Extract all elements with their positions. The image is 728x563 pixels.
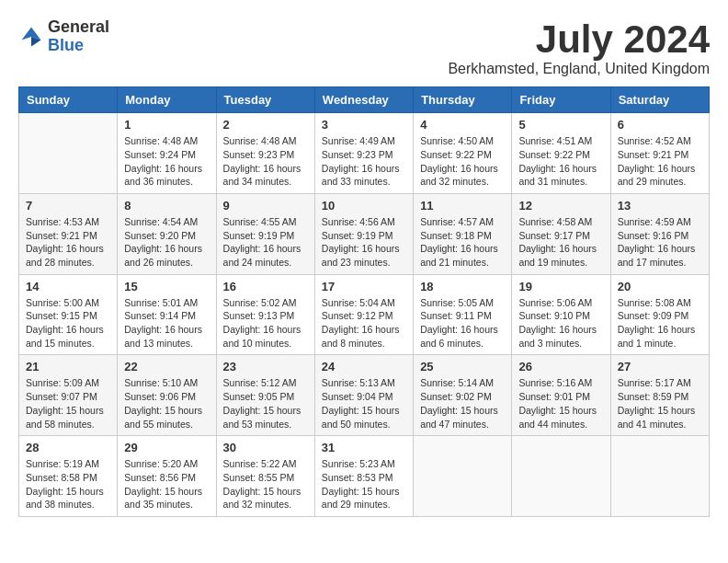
day-info: Sunrise: 4:55 AM Sunset: 9:19 PM Dayligh… bbox=[223, 215, 308, 270]
day-number: 1 bbox=[124, 118, 209, 132]
title-block: July 2024 Berkhamsted, England, United K… bbox=[448, 18, 710, 77]
day-number: 5 bbox=[518, 118, 603, 132]
calendar-cell: 17Sunrise: 5:04 AM Sunset: 9:12 PM Dayli… bbox=[314, 274, 413, 355]
day-number: 9 bbox=[223, 199, 308, 213]
day-number: 4 bbox=[420, 118, 505, 132]
calendar-cell: 13Sunrise: 4:59 AM Sunset: 9:16 PM Dayli… bbox=[610, 193, 709, 274]
day-number: 22 bbox=[124, 360, 209, 373]
day-info: Sunrise: 4:49 AM Sunset: 9:23 PM Dayligh… bbox=[322, 134, 406, 189]
day-number: 31 bbox=[322, 441, 406, 454]
day-info: Sunrise: 5:12 AM Sunset: 9:05 PM Dayligh… bbox=[223, 376, 308, 431]
calendar-cell: 22Sunrise: 5:10 AM Sunset: 9:06 PM Dayli… bbox=[118, 355, 216, 436]
day-number: 20 bbox=[618, 280, 702, 293]
day-header-friday: Friday bbox=[512, 87, 610, 113]
day-number: 7 bbox=[26, 199, 110, 213]
calendar-cell: 25Sunrise: 5:14 AM Sunset: 9:02 PM Dayli… bbox=[414, 355, 512, 436]
calendar-cell: 30Sunrise: 5:22 AM Sunset: 8:55 PM Dayli… bbox=[216, 436, 314, 517]
calendar-cell: 27Sunrise: 5:17 AM Sunset: 8:59 PM Dayli… bbox=[610, 355, 709, 436]
month-title: July 2024 bbox=[448, 18, 710, 61]
calendar-cell: 20Sunrise: 5:08 AM Sunset: 9:09 PM Dayli… bbox=[610, 274, 709, 355]
day-number: 21 bbox=[26, 360, 110, 373]
calendar-cell: 21Sunrise: 5:09 AM Sunset: 9:07 PM Dayli… bbox=[19, 355, 118, 436]
logo-general: General bbox=[48, 18, 109, 37]
day-info: Sunrise: 5:05 AM Sunset: 9:11 PM Dayligh… bbox=[420, 296, 505, 350]
day-info: Sunrise: 4:54 AM Sunset: 9:20 PM Dayligh… bbox=[124, 215, 209, 270]
logo: General Blue bbox=[18, 18, 109, 55]
day-header-tuesday: Tuesday bbox=[216, 87, 314, 113]
location: Berkhamsted, England, United Kingdom bbox=[448, 61, 710, 77]
day-info: Sunrise: 5:04 AM Sunset: 9:12 PM Dayligh… bbox=[322, 296, 406, 350]
day-number: 15 bbox=[124, 280, 209, 293]
calendar-cell: 24Sunrise: 5:13 AM Sunset: 9:04 PM Dayli… bbox=[314, 355, 413, 436]
calendar-cell: 5Sunrise: 4:51 AM Sunset: 9:22 PM Daylig… bbox=[512, 113, 610, 194]
day-number: 3 bbox=[322, 118, 406, 132]
day-header-monday: Monday bbox=[118, 87, 216, 113]
calendar-cell: 26Sunrise: 5:16 AM Sunset: 9:01 PM Dayli… bbox=[512, 355, 610, 436]
day-number: 6 bbox=[618, 118, 702, 132]
calendar-cell bbox=[512, 436, 610, 517]
calendar-week-row: 7Sunrise: 4:53 AM Sunset: 9:21 PM Daylig… bbox=[19, 193, 710, 274]
calendar-cell: 28Sunrise: 5:19 AM Sunset: 8:58 PM Dayli… bbox=[19, 436, 118, 517]
day-info: Sunrise: 5:09 AM Sunset: 9:07 PM Dayligh… bbox=[26, 376, 110, 431]
calendar-cell: 16Sunrise: 5:02 AM Sunset: 9:13 PM Dayli… bbox=[216, 274, 314, 355]
calendar-cell: 2Sunrise: 4:48 AM Sunset: 9:23 PM Daylig… bbox=[216, 113, 314, 194]
calendar-cell: 3Sunrise: 4:49 AM Sunset: 9:23 PM Daylig… bbox=[314, 113, 413, 194]
day-info: Sunrise: 4:53 AM Sunset: 9:21 PM Dayligh… bbox=[26, 215, 110, 270]
day-info: Sunrise: 5:19 AM Sunset: 8:58 PM Dayligh… bbox=[26, 457, 110, 511]
day-info: Sunrise: 5:23 AM Sunset: 8:53 PM Dayligh… bbox=[322, 457, 406, 511]
day-header-wednesday: Wednesday bbox=[314, 87, 413, 113]
day-number: 14 bbox=[26, 280, 110, 293]
calendar-cell bbox=[19, 113, 118, 194]
day-info: Sunrise: 4:48 AM Sunset: 9:24 PM Dayligh… bbox=[124, 134, 209, 189]
day-info: Sunrise: 5:06 AM Sunset: 9:10 PM Dayligh… bbox=[518, 296, 603, 350]
day-info: Sunrise: 5:16 AM Sunset: 9:01 PM Dayligh… bbox=[518, 376, 603, 431]
day-header-saturday: Saturday bbox=[610, 87, 709, 113]
day-info: Sunrise: 4:52 AM Sunset: 9:21 PM Dayligh… bbox=[618, 134, 702, 189]
calendar-cell: 8Sunrise: 4:54 AM Sunset: 9:20 PM Daylig… bbox=[118, 193, 216, 274]
calendar-week-row: 21Sunrise: 5:09 AM Sunset: 9:07 PM Dayli… bbox=[19, 355, 710, 436]
calendar-cell: 10Sunrise: 4:56 AM Sunset: 9:19 PM Dayli… bbox=[314, 193, 413, 274]
logo-text: General Blue bbox=[48, 18, 109, 55]
calendar-cell: 29Sunrise: 5:20 AM Sunset: 8:56 PM Dayli… bbox=[118, 436, 216, 517]
day-info: Sunrise: 5:10 AM Sunset: 9:06 PM Dayligh… bbox=[124, 376, 209, 431]
day-number: 10 bbox=[322, 199, 406, 213]
day-number: 25 bbox=[420, 360, 505, 373]
day-number: 12 bbox=[518, 199, 603, 213]
day-info: Sunrise: 5:13 AM Sunset: 9:04 PM Dayligh… bbox=[322, 376, 406, 431]
day-info: Sunrise: 5:14 AM Sunset: 9:02 PM Dayligh… bbox=[420, 376, 505, 431]
calendar-week-row: 1Sunrise: 4:48 AM Sunset: 9:24 PM Daylig… bbox=[19, 113, 710, 194]
day-number: 17 bbox=[322, 280, 406, 293]
day-info: Sunrise: 5:17 AM Sunset: 8:59 PM Dayligh… bbox=[618, 376, 702, 431]
day-info: Sunrise: 4:48 AM Sunset: 9:23 PM Dayligh… bbox=[223, 134, 308, 189]
calendar-cell: 7Sunrise: 4:53 AM Sunset: 9:21 PM Daylig… bbox=[19, 193, 118, 274]
day-number: 11 bbox=[420, 199, 505, 213]
day-info: Sunrise: 4:57 AM Sunset: 9:18 PM Dayligh… bbox=[420, 215, 505, 270]
day-info: Sunrise: 4:56 AM Sunset: 9:19 PM Dayligh… bbox=[322, 215, 406, 270]
calendar-cell: 14Sunrise: 5:00 AM Sunset: 9:15 PM Dayli… bbox=[19, 274, 118, 355]
day-number: 27 bbox=[618, 360, 702, 373]
day-number: 19 bbox=[518, 280, 603, 293]
calendar-week-row: 14Sunrise: 5:00 AM Sunset: 9:15 PM Dayli… bbox=[19, 274, 710, 355]
day-number: 23 bbox=[223, 360, 308, 373]
day-number: 26 bbox=[518, 360, 603, 373]
day-number: 2 bbox=[223, 118, 308, 132]
day-number: 18 bbox=[420, 280, 505, 293]
calendar-week-row: 28Sunrise: 5:19 AM Sunset: 8:58 PM Dayli… bbox=[19, 436, 710, 517]
day-info: Sunrise: 4:50 AM Sunset: 9:22 PM Dayligh… bbox=[420, 134, 505, 189]
day-number: 30 bbox=[223, 441, 308, 454]
day-info: Sunrise: 5:22 AM Sunset: 8:55 PM Dayligh… bbox=[223, 457, 308, 511]
day-info: Sunrise: 5:08 AM Sunset: 9:09 PM Dayligh… bbox=[618, 296, 702, 350]
calendar-table: SundayMondayTuesdayWednesdayThursdayFrid… bbox=[18, 86, 710, 517]
day-number: 13 bbox=[618, 199, 702, 213]
day-info: Sunrise: 5:01 AM Sunset: 9:14 PM Dayligh… bbox=[124, 296, 209, 350]
day-info: Sunrise: 4:59 AM Sunset: 9:16 PM Dayligh… bbox=[618, 215, 702, 270]
day-number: 28 bbox=[26, 441, 110, 454]
calendar-cell: 19Sunrise: 5:06 AM Sunset: 9:10 PM Dayli… bbox=[512, 274, 610, 355]
calendar-cell bbox=[414, 436, 512, 517]
calendar-cell: 1Sunrise: 4:48 AM Sunset: 9:24 PM Daylig… bbox=[118, 113, 216, 194]
calendar-cell: 11Sunrise: 4:57 AM Sunset: 9:18 PM Dayli… bbox=[414, 193, 512, 274]
day-header-sunday: Sunday bbox=[19, 87, 118, 113]
calendar-cell: 15Sunrise: 5:01 AM Sunset: 9:14 PM Dayli… bbox=[118, 274, 216, 355]
day-info: Sunrise: 5:20 AM Sunset: 8:56 PM Dayligh… bbox=[124, 457, 209, 511]
calendar-cell: 23Sunrise: 5:12 AM Sunset: 9:05 PM Dayli… bbox=[216, 355, 314, 436]
